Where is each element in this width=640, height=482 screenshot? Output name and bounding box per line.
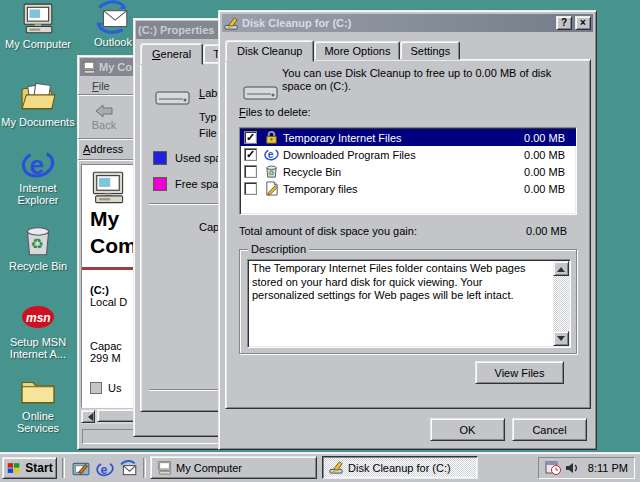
legend-label: Us [108,382,121,394]
tab-general[interactable]: General [140,43,203,65]
type-field-label: Typ [199,111,217,123]
desktop-icon-label: Internet Explorer [7,182,69,206]
outlook-icon [120,460,138,478]
description-scrollbar[interactable] [553,261,569,346]
show-desktop-icon [72,460,90,478]
close-button[interactable]: × [575,16,591,30]
free-space-swatch [153,177,167,191]
windows-logo-icon [6,461,22,476]
file-row-recycle-bin[interactable]: ♻ Recycle Bin 0.00 MB [240,163,576,180]
checkbox-checked[interactable]: ✓ [244,148,257,161]
down-arrow-icon [557,336,565,345]
hard-disk-icon [243,84,279,102]
start-button[interactable]: Start [2,457,57,479]
internet-explorer-icon: e [263,147,279,163]
ok-button[interactable]: OK [430,418,505,441]
intro-text: You can use Disk Cleanup to free up to 0… [282,67,551,93]
recycle-bin-icon: ♻ [263,164,279,180]
free-space-label: Free spa [175,178,218,190]
file-row-temporary-files[interactable]: Temporary files 0.00 MB [240,180,576,197]
taskbar-separator [62,458,65,478]
desktop-icon-recycle-bin[interactable]: ♻ Recycle Bin [0,224,76,272]
svg-text:e: e [100,462,107,476]
filesystem-field-label: File [199,127,217,139]
back-button[interactable]: Back [81,97,127,137]
taskbar-clock[interactable]: 8:11 PM [588,462,628,474]
task-button-label: My Computer [176,462,242,474]
total-gain-value: 0.00 MB [526,225,577,237]
label-field-label: Lab [199,87,217,99]
checkbox-unchecked[interactable] [244,165,257,178]
back-label: Back [92,119,116,131]
scroll-up-button[interactable] [553,261,569,276]
volume-icon[interactable] [564,460,580,476]
folder-icon [20,374,56,408]
up-arrow-icon [557,263,565,272]
svg-text:e: e [267,149,273,160]
window-titlebar[interactable]: Disk Cleanup for (C:) ? × [222,14,593,32]
cancel-button[interactable]: Cancel [512,418,587,441]
help-button[interactable]: ? [556,16,572,30]
svg-text:♻: ♻ [31,236,44,252]
svg-text:msn: msn [26,311,51,325]
file-name: Recycle Bin [283,166,524,178]
view-files-button[interactable]: View Files [475,361,564,384]
checkbox-unchecked[interactable] [244,182,257,195]
desktop-icon-my-documents[interactable]: My Documents [0,80,76,128]
desktop-icon-online-services[interactable]: Online Services [7,374,69,434]
scroll-down-button[interactable] [553,331,569,346]
tab-settings[interactable]: Settings [400,41,460,60]
desktop-icon-internet-explorer[interactable]: e Internet Explorer [7,146,69,206]
description-text: The Temporary Internet Files folder cont… [252,262,538,303]
launch-outlook-express-button[interactable] [118,458,139,479]
desktop-icon-my-computer[interactable]: My Computer [0,2,76,50]
taskbar-separator [143,458,146,478]
window-title: Disk Cleanup for (C:) [242,17,553,29]
window-title: (C:) Properties [138,24,214,36]
desktop: My Computer Outlook My Documents e Inter… [0,0,640,482]
desktop-icon-label: Setup MSN Internet A... [7,336,69,360]
checkbox-checked[interactable]: ✓ [244,131,257,144]
show-desktop-button[interactable] [70,458,91,479]
file-row-temporary-internet-files[interactable]: ✓ Temporary Internet Files 0.00 MB [240,129,576,146]
task-button-disk-cleanup[interactable]: Disk Cleanup for (C:) [322,456,478,479]
menu-file[interactable]: File [92,80,110,92]
disk-cleanup-icon [329,460,344,475]
desktop-icon-label: Outlook [94,36,132,48]
my-computer-icon [20,2,56,36]
svg-text:e: e [30,150,45,180]
desktop-icon-label: Online Services [7,410,69,434]
file-name: Downloaded Program Files [283,149,524,161]
file-row-downloaded-program-files[interactable]: ✓ e Downloaded Program Files 0.00 MB [240,146,576,163]
system-tray: 8:11 PM [538,457,635,479]
task-scheduler-icon[interactable] [545,460,561,476]
msn-icon: msn [20,300,56,334]
launch-internet-explorer-button[interactable]: e [94,458,115,479]
outlook-icon [95,0,131,34]
address-label: Address [83,143,123,155]
file-name: Temporary files [283,183,524,195]
total-gain-label: Total amount of disk space you gain: [239,225,417,237]
files-listbox[interactable]: ✓ Temporary Internet Files 0.00 MB ✓ e D… [239,127,577,215]
tab-more-options[interactable]: More Options [314,41,400,60]
intro-line1: You can use Disk Cleanup to free up to 0… [282,67,551,80]
tab-disk-cleanup[interactable]: Disk Cleanup [225,40,314,62]
disk-cleanup-icon [224,16,239,31]
legend-swatch [90,382,102,394]
hard-disk-icon [155,89,191,107]
files-to-delete-label: Files to delete: [239,106,311,118]
desktop-icon-label: My Documents [1,116,74,128]
used-space-label: Used spa [175,152,221,164]
recycle-bin-icon: ♻ [20,224,56,258]
file-size: 0.00 MB [524,166,573,178]
file-size: 0.00 MB [524,149,573,161]
task-button-my-computer[interactable]: My Computer [150,456,317,479]
start-label: Start [25,461,52,475]
desktop-icon-setup-msn[interactable]: msn Setup MSN Internet A... [7,300,69,360]
description-label: Description [248,243,309,255]
my-computer-icon [82,61,96,74]
scroll-left-button[interactable] [81,410,95,423]
desktop-icon-label: Recycle Bin [9,260,67,272]
my-computer-icon [157,461,172,475]
intro-line2: space on (C:). [282,80,551,93]
